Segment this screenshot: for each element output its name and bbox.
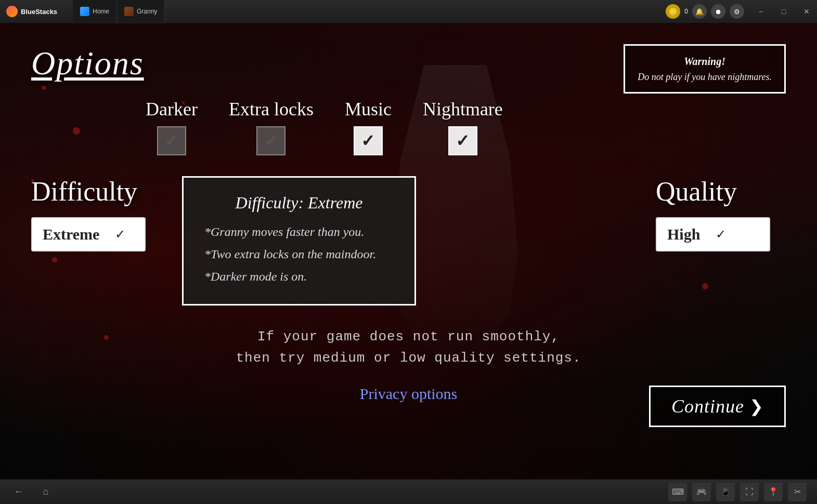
checkboxes-row: Darker ✓ Extra locks ✓ Music ✓ xyxy=(146,98,786,155)
nightmare-checkbox[interactable]: ✓ xyxy=(448,126,477,155)
hint-line2: then try medium or low quality settings. xyxy=(31,348,786,369)
darker-checkmark: ✓ xyxy=(164,131,178,151)
bottom-right-icons: ⌨ 🎮 📱 ⛶ 📍 ✂ xyxy=(668,483,807,501)
logo-icon xyxy=(6,6,18,17)
hint-text: If your game does not run smoothly, then… xyxy=(31,326,786,369)
content-area: Options Warning! Do not play if you have… xyxy=(0,23,817,479)
coin-count: 0 xyxy=(684,8,688,15)
home-tab-icon xyxy=(80,7,89,16)
warning-line1: Warning! xyxy=(638,53,772,70)
keyboard-icon[interactable]: ⌨ xyxy=(668,483,687,501)
gamepad-icon[interactable]: 🎮 xyxy=(692,483,711,501)
bottom-bar: ← ⌂ ⌨ 🎮 📱 ⛶ 📍 ✂ xyxy=(0,479,817,504)
home-button[interactable]: ⌂ xyxy=(37,484,54,500)
info-line-3: *Darker mode is on. xyxy=(204,266,394,288)
granny-tab-label: Granny xyxy=(137,8,157,15)
music-label: Music xyxy=(345,98,392,120)
nightmare-checkmark: ✓ xyxy=(456,131,470,151)
coin-icon: 🪙 xyxy=(666,4,680,19)
fullscreen-icon[interactable]: ⛶ xyxy=(740,483,759,501)
warning-line2: Do not play if you have nightmares. xyxy=(638,70,772,85)
continue-arrow-icon: ❯ xyxy=(749,396,763,416)
warning-box: Warning! Do not play if you have nightma… xyxy=(624,44,786,94)
settings-icon[interactable]: ⚙ xyxy=(730,4,744,19)
nightmare-option: Nightmare ✓ xyxy=(423,98,503,155)
app-name: BlueStacks xyxy=(21,8,57,16)
home-tab-label: Home xyxy=(93,8,109,15)
scissors-icon[interactable]: ✂ xyxy=(788,483,807,501)
info-line-1: *Granny moves faster than you. xyxy=(204,221,394,243)
minimize-button[interactable]: − xyxy=(750,0,771,23)
info-box-title: Difficulty: Extreme xyxy=(204,193,394,213)
difficulty-arrow: ✓ xyxy=(115,227,125,242)
quality-title: Quality xyxy=(656,176,737,207)
difficulty-title: Difficulty xyxy=(31,176,137,207)
darker-option: Darker ✓ xyxy=(146,98,198,155)
game-area: Options Warning! Do not play if you have… xyxy=(0,23,817,479)
extra-locks-option: Extra locks ✓ xyxy=(229,98,314,155)
quality-section: Quality High ✓ xyxy=(656,176,786,251)
continue-label: Continue xyxy=(671,395,744,417)
hint-line1: If your game does not run smoothly, xyxy=(31,326,786,348)
bluestacks-logo: BlueStacks xyxy=(0,6,73,17)
music-checkbox[interactable]: ✓ xyxy=(354,126,383,155)
taskbar: BlueStacks Home Granny 🪙 0 🔔 ⏺ ⚙ − □ ✕ xyxy=(0,0,817,23)
maximize-button[interactable]: □ xyxy=(773,0,794,23)
quality-arrow: ✓ xyxy=(716,227,726,242)
notification-icon[interactable]: 🔔 xyxy=(692,4,707,19)
music-checkmark: ✓ xyxy=(361,131,375,151)
continue-button[interactable]: Continue ❯ xyxy=(649,386,786,427)
middle-section: Difficulty Extreme ✓ Difficulty: Extreme… xyxy=(31,176,786,306)
difficulty-info-box: Difficulty: Extreme *Granny moves faster… xyxy=(182,176,416,306)
home-tab[interactable]: Home xyxy=(73,0,117,23)
info-line-2: *Two extra locks on the maindoor. xyxy=(204,243,394,266)
quality-dropdown[interactable]: High ✓ xyxy=(656,217,770,251)
extra-locks-checkmark: ✓ xyxy=(264,131,278,151)
close-button[interactable]: ✕ xyxy=(796,0,817,23)
taskbar-icons: 🪙 0 🔔 ⏺ ⚙ xyxy=(666,4,750,19)
back-button[interactable]: ← xyxy=(10,484,27,500)
darker-checkbox[interactable]: ✓ xyxy=(157,126,186,155)
difficulty-selected: Extreme xyxy=(43,226,99,243)
difficulty-section: Difficulty Extreme ✓ xyxy=(31,176,161,251)
extra-locks-label: Extra locks xyxy=(229,98,314,120)
extra-locks-checkbox[interactable]: ✓ xyxy=(256,126,286,155)
quality-selected: High xyxy=(667,226,700,243)
record-icon[interactable]: ⏺ xyxy=(711,4,725,19)
screen-mirror-icon[interactable]: 📱 xyxy=(716,483,735,501)
darker-label: Darker xyxy=(146,98,198,120)
location-icon[interactable]: 📍 xyxy=(764,483,783,501)
nightmare-label: Nightmare xyxy=(423,98,503,120)
granny-tab[interactable]: Granny xyxy=(117,0,165,23)
granny-tab-icon xyxy=(124,7,134,16)
window-controls: − □ ✕ xyxy=(750,0,817,23)
difficulty-dropdown[interactable]: Extreme ✓ xyxy=(31,217,146,251)
music-option: Music ✓ xyxy=(345,98,392,155)
